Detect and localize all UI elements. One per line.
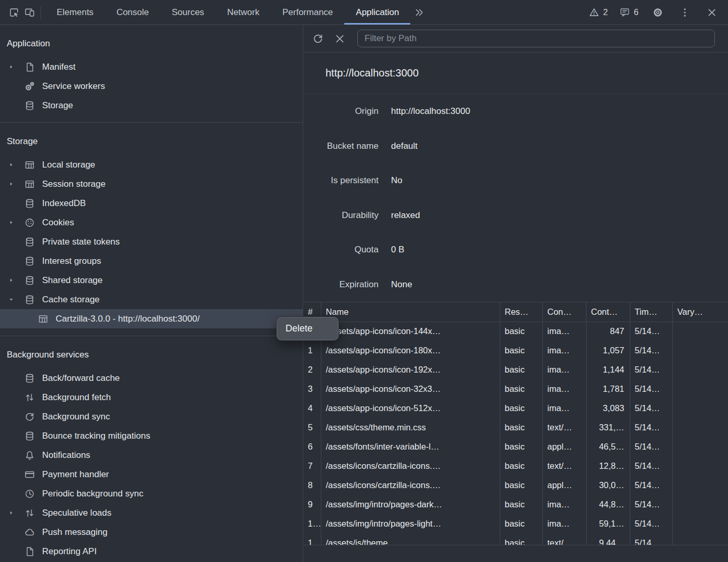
device-toolbar-icon[interactable] bbox=[22, 5, 37, 20]
table-row[interactable]: 6/assets/fonts/inter-variable-l…basicapp… bbox=[303, 437, 728, 456]
sidebar-item-manifest[interactable]: Manifest bbox=[0, 57, 303, 76]
table-row[interactable]: 2/assets/app-icons/icon-192x…basicima…1,… bbox=[303, 360, 728, 379]
warnings-badge[interactable]: 2 bbox=[589, 7, 608, 18]
tab-network[interactable]: Network bbox=[216, 0, 271, 24]
column-header-vary[interactable]: Vary… bbox=[672, 302, 728, 322]
sidebar-item-service-workers[interactable]: Service workers bbox=[0, 76, 303, 96]
sidebar-item-label: Manifest bbox=[42, 62, 75, 72]
chevron-right-icon[interactable] bbox=[8, 220, 24, 225]
table-cell: 7 bbox=[303, 456, 321, 476]
sidebar-item-local-storage[interactable]: Local storage bbox=[0, 155, 303, 174]
tab-console[interactable]: Console bbox=[105, 0, 160, 24]
table-cell bbox=[672, 418, 728, 437]
origin-heading: http://localhost:3000 bbox=[303, 53, 728, 94]
sidebar-item-shared-storage[interactable]: Shared storage bbox=[0, 271, 303, 290]
table-row[interactable]: 8/assets/icons/cartzilla-icons.…basicapp… bbox=[303, 476, 728, 495]
table-cell: 5/14… bbox=[630, 341, 672, 360]
sidebar-sections: ApplicationManifestService workersStorag… bbox=[0, 25, 303, 562]
tab-elements[interactable]: Elements bbox=[45, 0, 105, 24]
warning-count: 2 bbox=[603, 7, 608, 17]
sidebar-item-speculative-loads[interactable]: Speculative loads bbox=[0, 503, 303, 522]
context-menu-delete[interactable]: Delete bbox=[277, 323, 313, 334]
table-cell: basic bbox=[500, 360, 542, 379]
metadata-row: Quota0 B bbox=[303, 233, 728, 267]
sidebar-item-private-state-tokens[interactable]: Private state tokens bbox=[0, 232, 303, 251]
tab-performance[interactable]: Performance bbox=[271, 0, 344, 24]
table-row[interactable]: 5/assets/css/theme.min.cssbasictext/…331… bbox=[303, 418, 728, 437]
devtools-topbar: ElementsConsoleSourcesNetworkPerformance… bbox=[0, 0, 728, 25]
table-cell: basic bbox=[500, 533, 542, 545]
sidebar-item-push-messaging[interactable]: Push messaging bbox=[0, 522, 303, 542]
issues-badge[interactable]: 6 bbox=[619, 7, 639, 18]
sidebar-item-label: Speculative loads bbox=[42, 508, 111, 518]
sidebar-item-bounce-tracking-mitigations[interactable]: Bounce tracking mitigations bbox=[0, 426, 303, 445]
column-header-name[interactable]: Name bbox=[321, 302, 500, 322]
chevron-right-icon[interactable] bbox=[8, 162, 24, 168]
tab-application[interactable]: Application bbox=[344, 0, 410, 24]
tab-sources[interactable]: Sources bbox=[160, 0, 215, 24]
sidebar-item-storage[interactable]: Storage bbox=[0, 96, 303, 115]
column-header-tim[interactable]: Tim… bbox=[630, 302, 672, 322]
clear-icon[interactable] bbox=[332, 31, 347, 46]
close-icon[interactable] bbox=[704, 5, 720, 20]
sidebar-item-label: Bounce tracking mitigations bbox=[42, 431, 150, 441]
sidebar-item-cartzilla-3-0-0-http-localhost-3000[interactable]: Cartzilla-3.0.0 - http://localhost:3000/ bbox=[0, 309, 303, 328]
table-row[interactable]: 9/assets/img/intro/pages-dark…basicima…4… bbox=[303, 495, 728, 514]
service-worker-icon bbox=[24, 81, 35, 92]
table-cell: /assets/app-icons/icon-192x… bbox=[321, 360, 500, 379]
table-cell bbox=[672, 476, 728, 495]
table-row[interactable]: 1…/assets/js/theme…basictext/…9,44…5/14… bbox=[303, 533, 728, 545]
table-row[interactable]: 1/assets/app-icons/icon-180x…basicima…1,… bbox=[303, 341, 728, 360]
more-tabs-icon[interactable] bbox=[411, 5, 427, 20]
table-cell bbox=[672, 437, 728, 456]
sidebar-item-reporting-api[interactable]: Reporting API bbox=[0, 542, 303, 561]
sidebar-item-back-forward-cache[interactable]: Back/forward cache bbox=[0, 368, 303, 388]
table-cell: basic bbox=[500, 322, 542, 341]
database-icon bbox=[24, 275, 35, 286]
table-row[interactable]: 3/assets/app-icons/icon-32x3…basicima…1,… bbox=[303, 379, 728, 399]
sidebar-item-interest-groups[interactable]: Interest groups bbox=[0, 251, 303, 271]
table-cell: text/… bbox=[542, 418, 586, 437]
chevron-right-icon[interactable] bbox=[8, 510, 24, 516]
table-cell: 5/14… bbox=[630, 437, 672, 456]
metadata-row: Bucket namedefault bbox=[303, 129, 728, 164]
sidebar-item-cookies[interactable]: Cookies bbox=[0, 213, 303, 232]
sidebar-item-cache-storage[interactable]: Cache storage bbox=[0, 290, 303, 309]
table-row[interactable]: 4/assets/app-icons/icon-512x…basicima…3,… bbox=[303, 399, 728, 418]
table-cell: /assets/app-icons/icon-180x… bbox=[321, 341, 500, 360]
sidebar-item-label: Cache storage bbox=[42, 295, 100, 305]
chevron-right-icon[interactable] bbox=[8, 181, 24, 187]
chevron-down-icon[interactable] bbox=[8, 297, 24, 302]
preview-pane bbox=[303, 545, 728, 562]
sidebar-item-notifications[interactable]: Notifications bbox=[0, 445, 303, 465]
table-row[interactable]: 0/assets/app-icons/icon-144x…basicima…84… bbox=[303, 322, 728, 341]
sidebar-item-label: Background sync bbox=[42, 412, 110, 422]
chevron-right-icon[interactable] bbox=[8, 277, 24, 283]
sidebar-item-payment-handler[interactable]: Payment handler bbox=[0, 465, 303, 484]
refresh-icon[interactable] bbox=[310, 31, 325, 46]
sidebar-item-periodic-background-sync[interactable]: Periodic background sync bbox=[0, 484, 303, 503]
kebab-menu-icon[interactable] bbox=[677, 5, 693, 20]
column-header-res[interactable]: Res… bbox=[500, 302, 542, 322]
table-cell bbox=[672, 495, 728, 514]
table-cell: basic bbox=[500, 495, 542, 514]
inspect-element-icon[interactable] bbox=[6, 5, 22, 20]
filter-input[interactable] bbox=[357, 30, 715, 47]
table-icon bbox=[24, 178, 35, 190]
chevron-right-icon[interactable] bbox=[8, 64, 24, 70]
toolbar-divider bbox=[41, 6, 41, 19]
settings-gear-icon[interactable] bbox=[650, 5, 666, 20]
table-cell: basic bbox=[500, 341, 542, 360]
table-cell: 44,8… bbox=[586, 495, 630, 514]
sidebar-item-indexeddb[interactable]: IndexedDB bbox=[0, 194, 303, 213]
table-row[interactable]: 7/assets/icons/cartzilla-icons.…basictex… bbox=[303, 456, 728, 476]
sidebar-item-session-storage[interactable]: Session storage bbox=[0, 174, 303, 194]
sidebar-item-label: Cookies bbox=[42, 218, 74, 228]
sidebar-item-background-sync[interactable]: Background sync bbox=[0, 407, 303, 426]
column-header-cont[interactable]: Cont… bbox=[586, 302, 630, 322]
sidebar-item-background-fetch[interactable]: Background fetch bbox=[0, 388, 303, 407]
table-cell: 3 bbox=[303, 379, 321, 399]
table-row[interactable]: 1…/assets/img/intro/pages-light…basicima… bbox=[303, 514, 728, 533]
database-icon bbox=[24, 256, 35, 267]
column-header-con[interactable]: Con… bbox=[542, 302, 586, 322]
